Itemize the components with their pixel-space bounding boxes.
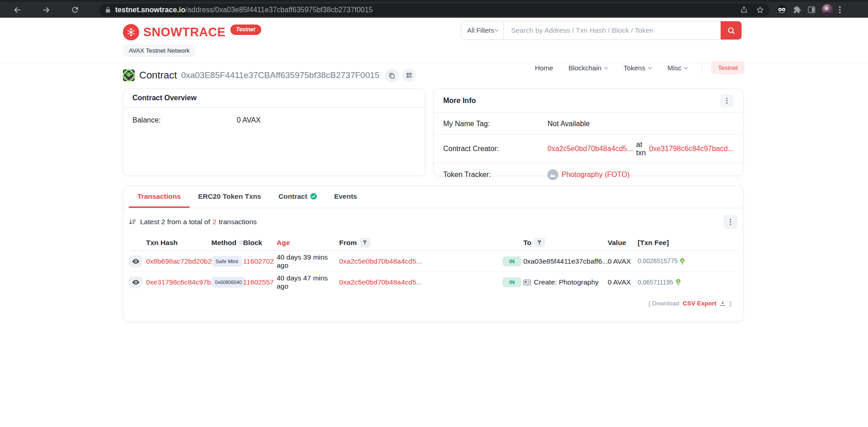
col-to: To bbox=[523, 239, 532, 247]
col-age[interactable]: Age bbox=[277, 239, 339, 247]
direction-badge: IN bbox=[502, 256, 522, 266]
brand-logo[interactable]: SNOWTRACE Testnet bbox=[123, 24, 261, 40]
summary-suffix: transactions bbox=[219, 218, 257, 226]
owl-extension-icon bbox=[777, 5, 787, 15]
browser-address-bar[interactable]: testnet.snowtrace.io/address/0xa03e85f44… bbox=[99, 4, 770, 16]
page-title-address: 0xa03E85F4411e37CBAff635975bf38cB2737F00… bbox=[181, 70, 380, 80]
forward-icon bbox=[42, 5, 51, 15]
txn-fee-text: 0.0026515775 bbox=[638, 258, 678, 265]
more-info-card: More Info My Name Tag: Not Available Con… bbox=[434, 88, 743, 176]
nav-tokens[interactable]: Tokens bbox=[624, 64, 652, 72]
tab-contract[interactable]: Contract bbox=[270, 186, 326, 208]
balance-label: Balance: bbox=[132, 116, 237, 124]
browser-reload-button[interactable] bbox=[71, 5, 79, 14]
token-logo-icon bbox=[547, 169, 558, 180]
balance-value: 0 AVAX bbox=[237, 116, 261, 124]
chevron-down-icon bbox=[604, 67, 608, 69]
extensions-button[interactable] bbox=[793, 5, 801, 14]
view-txn-details-button[interactable] bbox=[129, 276, 142, 288]
nav-home[interactable]: Home bbox=[535, 64, 553, 72]
side-panel-icon bbox=[807, 5, 816, 14]
age-text: 40 days 39 mins ago bbox=[277, 253, 328, 269]
txn-summary: Latest 2 from a total of 2 transactions bbox=[129, 218, 257, 226]
summary-prefix: Latest 2 from a total of bbox=[140, 218, 210, 226]
from-filter-button[interactable] bbox=[360, 238, 371, 247]
to-address: 0xa03e85f4411e37cbaff6... bbox=[523, 257, 608, 265]
block-link[interactable]: 11602702 bbox=[243, 257, 274, 265]
direction-badge: IN bbox=[502, 277, 522, 287]
browser-toolbar: testnet.snowtrace.io/address/0xa03e85f44… bbox=[0, 0, 868, 18]
csv-export-link[interactable]: CSV Export bbox=[683, 300, 716, 307]
chevron-down-icon bbox=[494, 29, 499, 32]
kebab-menu-icon bbox=[726, 98, 728, 104]
more-info-menu-button[interactable] bbox=[720, 94, 734, 108]
to-filter-button[interactable] bbox=[534, 238, 545, 247]
copy-address-button[interactable] bbox=[385, 69, 399, 82]
col-txn-fee: [Txn Fee] bbox=[638, 239, 737, 247]
verified-check-icon bbox=[310, 193, 317, 200]
main-nav: Home Blockchain Tokens Misc Testnet bbox=[535, 61, 745, 74]
nav-blockchain[interactable]: Blockchain bbox=[569, 64, 609, 72]
eye-icon bbox=[132, 259, 139, 264]
txn-fee-text: 0.065711195 bbox=[638, 279, 673, 286]
page-title-type: Contract bbox=[139, 69, 177, 81]
browser-back-button[interactable] bbox=[13, 5, 22, 15]
qr-code-button[interactable] bbox=[402, 69, 416, 82]
download-prefix: [ Download bbox=[649, 300, 679, 307]
tab-transactions[interactable]: Transactions bbox=[129, 186, 190, 208]
tab-events[interactable]: Events bbox=[326, 186, 366, 208]
puzzle-icon bbox=[793, 5, 801, 14]
reload-icon bbox=[71, 5, 79, 14]
search-bar: All Filters bbox=[461, 21, 742, 40]
contract-creator-label: Contract Creator: bbox=[443, 145, 547, 153]
search-button[interactable] bbox=[721, 21, 741, 39]
bookmark-button[interactable] bbox=[756, 6, 764, 14]
side-panel-button[interactable] bbox=[807, 5, 816, 14]
wallet-extension-button[interactable] bbox=[777, 5, 787, 15]
block-link[interactable]: 11602557 bbox=[243, 278, 274, 286]
brand-testnet-badge: Testnet bbox=[230, 25, 261, 35]
sort-icon bbox=[129, 219, 136, 226]
creation-txn-link[interactable]: 0xe31798c6c84c97bacd... bbox=[649, 145, 734, 153]
url-domain: testnet.snowtrace.io bbox=[115, 6, 185, 14]
csv-export-row: [ Download CSV Export ] bbox=[129, 293, 737, 315]
download-icon bbox=[720, 300, 726, 306]
table-header: Txn Hash Method Block Age From To Value … bbox=[129, 235, 737, 251]
from-address-link[interactable]: 0xa2c5e0bd70b48a4cd5... bbox=[339, 257, 422, 265]
view-txn-details-button[interactable] bbox=[129, 255, 142, 267]
age-text: 40 days 47 mins ago bbox=[277, 274, 328, 290]
to-contract-create: Create: Photography bbox=[523, 278, 608, 286]
value-text: 0 AVAX bbox=[608, 257, 631, 265]
transactions-menu-button[interactable] bbox=[723, 215, 737, 229]
name-tag-label: My Name Tag: bbox=[443, 120, 547, 128]
contract-blockies-avatar bbox=[123, 69, 135, 81]
browser-menu-button[interactable] bbox=[839, 6, 841, 14]
creator-address-link[interactable]: 0xa2c5e0bd70b48a4cd5... bbox=[547, 145, 633, 153]
browser-profile-button[interactable] bbox=[822, 4, 833, 15]
contract-icon bbox=[523, 280, 531, 285]
contract-overview-card: Contract Overview Balance: 0 AVAX bbox=[123, 88, 425, 176]
from-address-link[interactable]: 0xa2c5e0bd70b48a4cd5... bbox=[339, 278, 422, 286]
nav-testnet-switch[interactable]: Testnet bbox=[711, 61, 745, 74]
token-tracker-link[interactable]: Photography (FOTO) bbox=[561, 171, 629, 179]
nav-misc[interactable]: Misc bbox=[668, 64, 688, 72]
method-badge: Safe Mint bbox=[211, 256, 242, 267]
transactions-card: Transactions ERC20 Token Txns Contract E… bbox=[123, 186, 743, 322]
browser-forward-button[interactable] bbox=[42, 5, 51, 15]
tab-erc20-token-txns[interactable]: ERC20 Token Txns bbox=[190, 186, 270, 208]
search-icon bbox=[727, 27, 735, 34]
search-filter-select[interactable]: All Filters bbox=[461, 21, 504, 39]
tab-bar: Transactions ERC20 Token Txns Contract E… bbox=[123, 186, 743, 208]
search-input[interactable] bbox=[504, 21, 721, 39]
kebab-menu-icon bbox=[730, 219, 731, 225]
funnel-icon bbox=[537, 240, 542, 245]
table-row: 0x8b698ac72bd20b2a64... Safe Mint 116027… bbox=[129, 251, 737, 272]
brand-name: SNOWTRACE bbox=[143, 24, 226, 40]
funnel-icon bbox=[362, 240, 367, 245]
overview-card-title: Contract Overview bbox=[132, 94, 196, 102]
summary-count: 2 bbox=[213, 218, 217, 226]
snowflake-logo-icon bbox=[123, 24, 139, 40]
share-button[interactable] bbox=[740, 6, 748, 14]
url-text: testnet.snowtrace.io/address/0xa03e85f44… bbox=[115, 6, 373, 14]
back-icon bbox=[13, 5, 22, 15]
